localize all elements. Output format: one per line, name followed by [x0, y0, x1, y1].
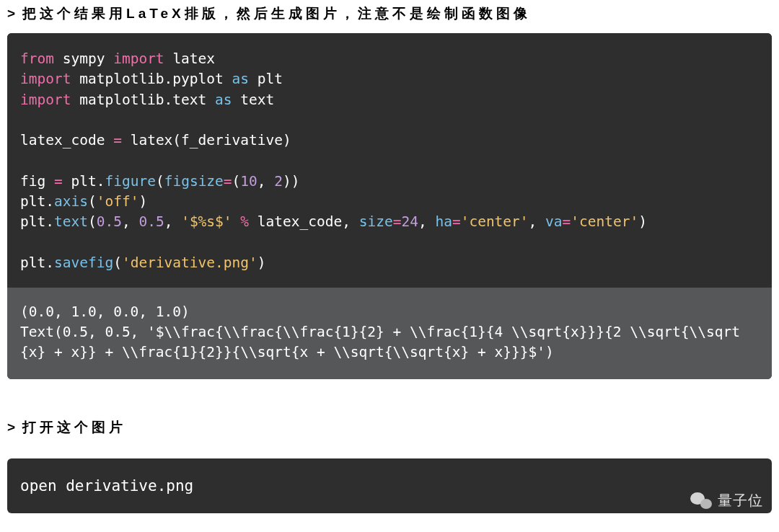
attr-axis: axis	[54, 193, 88, 210]
num-2: 2	[274, 173, 283, 190]
num-10: 10	[240, 173, 257, 190]
mod-sympy: sympy	[63, 50, 105, 67]
op-eq: =	[563, 213, 571, 230]
mod-mpl-pyplot: matplotlib.pyplot	[79, 71, 224, 87]
watermark: 量子位	[690, 491, 763, 510]
prompt-line-2: >打开这个图片	[0, 414, 779, 447]
kw-size: size	[359, 213, 393, 230]
watermark-label: 量子位	[718, 491, 763, 510]
kw-import: import	[20, 92, 71, 108]
op-eq: =	[452, 213, 461, 230]
obj-plt: plt	[20, 254, 45, 271]
spacer	[0, 447, 779, 458]
alias-text: text	[240, 92, 274, 108]
var-latex-code: latex_code	[20, 132, 105, 148]
op-eq: =	[54, 173, 63, 190]
kw-as: as	[232, 71, 249, 87]
str-center-ha: 'center'	[461, 213, 529, 230]
spacer	[0, 379, 779, 414]
op-eq: =	[224, 173, 232, 190]
cmd-open: open derivative.png	[20, 477, 193, 495]
output-line-1: (0.0, 1.0, 0.0, 1.0)	[20, 303, 190, 320]
op-pct: %	[240, 213, 249, 230]
attr-savefig: savefig	[54, 254, 113, 271]
code-input-1: from sympy import latex import matplotli…	[7, 33, 772, 288]
prompt-line-1: >把这个结果用LaTeX排版，然后生成图片，注意不是绘制函数图像	[0, 0, 779, 33]
kw-import: import	[20, 71, 71, 87]
str-derivpng: 'derivative.png'	[122, 254, 258, 271]
kw-ha: ha	[435, 213, 452, 230]
num-05a: 0.5	[97, 213, 122, 230]
code-cell-1: from sympy import latex import matplotli…	[7, 33, 772, 379]
wechat-icon	[690, 492, 712, 510]
str-fmt: '$%s$'	[181, 213, 232, 230]
obj-plt: plt	[20, 213, 45, 230]
str-off: 'off'	[97, 193, 139, 210]
obj-plt: plt	[20, 193, 45, 210]
mod-mpl-text: matplotlib.text	[79, 92, 206, 108]
op-eq: =	[113, 132, 122, 148]
attr-text: text	[54, 213, 88, 230]
var-latex-code: latex_code	[258, 213, 342, 230]
output-line-2: Text(0.5, 0.5, '$\\frac{\\frac{\\frac{1}…	[20, 324, 740, 360]
prompt-marker: >	[7, 420, 22, 435]
arg-fderiv: f_derivative	[181, 132, 283, 148]
prompt-text-2: 打开这个图片	[22, 420, 126, 435]
num-05b: 0.5	[138, 213, 164, 230]
kw-as: as	[215, 92, 232, 108]
attr-figure: figure	[105, 173, 155, 190]
id-latex: latex	[172, 50, 215, 67]
code-cell-2: open derivative.png	[7, 458, 772, 513]
prompt-text-1: 把这个结果用LaTeX排版，然后生成图片，注意不是绘制函数图像	[22, 6, 531, 21]
str-center-va: 'center'	[571, 213, 638, 230]
fn-latex: latex	[131, 132, 173, 148]
kw-from: from	[20, 50, 54, 67]
var-fig: fig	[20, 173, 45, 190]
alias-plt: plt	[258, 71, 283, 87]
kw-va: va	[545, 213, 562, 230]
kw-import: import	[113, 50, 164, 67]
num-24: 24	[401, 213, 418, 230]
kw-figsize: figsize	[164, 173, 224, 190]
code-output-1: (0.0, 1.0, 0.0, 1.0) Text(0.5, 0.5, '$\\…	[7, 288, 772, 379]
prompt-marker: >	[7, 6, 22, 22]
op-eq: =	[393, 213, 402, 230]
obj-plt: plt	[71, 173, 96, 190]
